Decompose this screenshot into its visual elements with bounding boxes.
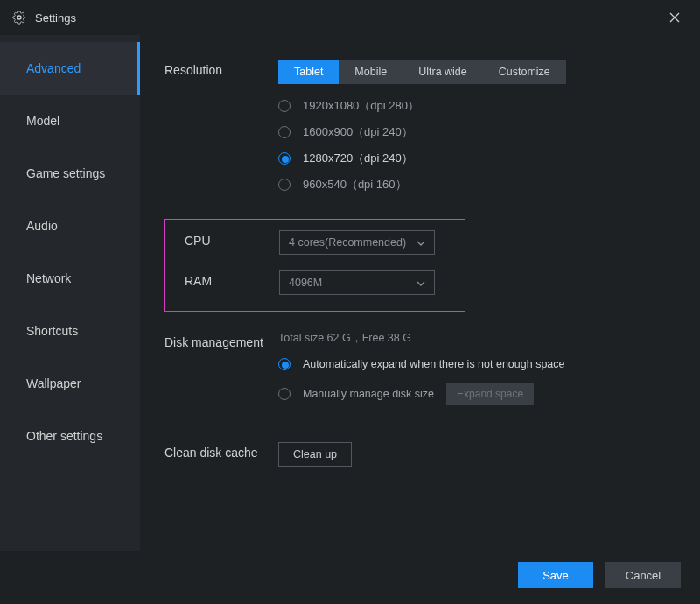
sidebar-item-label: Other settings (26, 429, 102, 443)
content-panel: Resolution TabletMobileUltra wideCustomi… (140, 35, 700, 551)
cancel-button[interactable]: Cancel (606, 562, 681, 588)
sidebar-item-model[interactable]: Model (0, 95, 140, 147)
cpu-select-value: 4 cores(Recommended) (289, 236, 406, 249)
sidebar-item-shortcuts[interactable]: Shortcuts (0, 305, 140, 357)
cpu-label: CPU (165, 230, 279, 255)
sidebar-item-other-settings[interactable]: Other settings (0, 410, 140, 462)
resolution-option[interactable]: 1600x900（dpi 240） (278, 124, 676, 140)
disk-label: Disk management (164, 331, 278, 418)
footer: Save Cancel (518, 562, 681, 588)
clean-row: Clean disk cache Clean up (164, 442, 676, 467)
disk-auto-label: Automatically expand when there is not e… (303, 358, 565, 370)
sidebar-item-label: Game settings (26, 166, 105, 180)
sidebar-item-network[interactable]: Network (0, 252, 140, 305)
tab-tablet[interactable]: Tablet (278, 60, 339, 84)
resolution-label: Resolution (164, 60, 278, 203)
sidebar: AdvancedModelGame settingsAudioNetworkSh… (0, 35, 140, 551)
chevron-down-icon (416, 277, 425, 289)
window-title: Settings (35, 11, 662, 25)
disk-info: Total size 62 G，Free 38 G (278, 331, 676, 346)
resolution-option-label: 1280x720（dpi 240） (303, 151, 413, 166)
disk-row: Disk management Total size 62 G，Free 38 … (164, 331, 676, 418)
sidebar-item-label: Shortcuts (26, 324, 78, 338)
sidebar-item-game-settings[interactable]: Game settings (0, 147, 140, 200)
sidebar-item-label: Wallpaper (26, 376, 81, 390)
ram-label: RAM (165, 270, 279, 295)
radio-icon (278, 388, 290, 400)
tab-mobile[interactable]: Mobile (339, 60, 402, 84)
close-button[interactable] (662, 4, 688, 31)
resolution-option[interactable]: 1280x720（dpi 240） (278, 151, 676, 166)
sidebar-item-label: Network (26, 271, 71, 285)
radio-icon (278, 179, 290, 191)
resolution-option-label: 1920x1080（dpi 280） (303, 98, 419, 114)
chevron-down-icon (416, 236, 425, 249)
sidebar-item-advanced[interactable]: Advanced (0, 42, 140, 95)
resolution-option-label: 1600x900（dpi 240） (303, 124, 413, 140)
cpu-select[interactable]: 4 cores(Recommended) (279, 230, 435, 255)
resolution-option[interactable]: 960x540（dpi 160） (278, 177, 676, 193)
close-icon (669, 12, 680, 23)
sidebar-item-label: Model (26, 114, 60, 128)
disk-manual-label: Manually manage disk size (303, 388, 434, 400)
resolution-option[interactable]: 1920x1080（dpi 280） (278, 98, 676, 114)
save-button[interactable]: Save (518, 562, 593, 588)
radio-icon (278, 100, 290, 112)
expand-space-button[interactable]: Expand space (446, 383, 534, 405)
svg-point-0 (18, 16, 21, 19)
titlebar: Settings (0, 0, 700, 35)
disk-manual-radio[interactable]: Manually manage disk size Expand space (278, 383, 676, 405)
resolution-tabs: TabletMobileUltra wideCustomize (278, 60, 566, 84)
ram-select[interactable]: 4096M (279, 270, 435, 295)
tab-ultra-wide[interactable]: Ultra wide (402, 60, 483, 84)
radio-icon (278, 126, 290, 138)
radio-icon (278, 152, 290, 165)
resolution-option-label: 960x540（dpi 160） (303, 177, 407, 193)
disk-auto-radio[interactable]: Automatically expand when there is not e… (278, 358, 676, 370)
sidebar-item-label: Audio (26, 219, 58, 233)
sidebar-item-label: Advanced (26, 61, 80, 75)
clean-up-button[interactable]: Clean up (278, 442, 352, 467)
highlight-box: CPU 4 cores(Recommended) RAM (164, 219, 466, 312)
radio-icon (278, 358, 290, 370)
tab-customize[interactable]: Customize (483, 60, 566, 84)
clean-label: Clean disk cache (164, 442, 278, 467)
sidebar-item-wallpaper[interactable]: Wallpaper (0, 357, 140, 410)
resolution-row: Resolution TabletMobileUltra wideCustomi… (164, 60, 676, 203)
sidebar-item-audio[interactable]: Audio (0, 200, 140, 252)
settings-icon (12, 11, 26, 25)
ram-select-value: 4096M (289, 277, 322, 289)
